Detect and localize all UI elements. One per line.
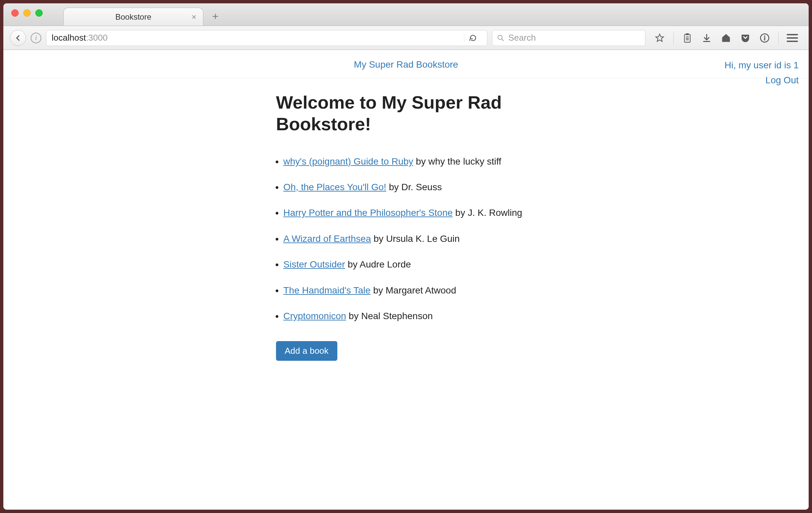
- book-list: why's (poignant) Guide to Ruby by why th…: [276, 154, 536, 324]
- viewport: My Super Rad Bookstore Hi, my user id is…: [3, 50, 809, 510]
- download-icon[interactable]: [701, 32, 712, 43]
- book-title-link[interactable]: why's (poignant) Guide to Ruby: [283, 156, 413, 167]
- by-text: by: [345, 259, 360, 270]
- book-author: why the lucky stiff: [428, 156, 501, 167]
- list-item: Sister Outsider by Audre Lorde: [283, 257, 536, 271]
- new-tab-button[interactable]: +: [207, 8, 223, 24]
- main-container: Welcome to My Super Rad Bookstore! why's…: [269, 92, 543, 361]
- svg-rect-9: [764, 37, 765, 40]
- user-greeting-link[interactable]: Hi, my user id is 1: [725, 60, 799, 70]
- search-icon: [497, 34, 504, 42]
- book-author: Audre Lorde: [360, 259, 411, 270]
- search-placeholder: Search: [508, 33, 536, 43]
- toolbar-separator: [778, 31, 779, 44]
- by-text: by: [371, 234, 386, 244]
- toolbar-icons: [650, 31, 802, 44]
- page-nav: My Super Rad Bookstore Hi, my user id is…: [3, 50, 809, 78]
- search-input[interactable]: Search: [492, 30, 645, 46]
- book-author: Margaret Atwood: [386, 285, 456, 296]
- home-icon[interactable]: [720, 32, 732, 43]
- book-title-link[interactable]: Sister Outsider: [283, 259, 345, 270]
- book-title-link[interactable]: The Handmaid's Tale: [283, 285, 371, 296]
- tab-title: Bookstore: [115, 12, 151, 22]
- by-text: by: [386, 182, 401, 192]
- nav-right: Hi, my user id is 1 Log Out: [725, 58, 799, 88]
- window-minimize-button[interactable]: [23, 9, 31, 17]
- svg-line-1: [502, 39, 504, 41]
- book-author: Neal Stephenson: [361, 311, 433, 321]
- book-title-link[interactable]: Oh, the Places You'll Go!: [283, 182, 386, 192]
- svg-point-8: [764, 35, 765, 37]
- list-item: Cryptomonicon by Neal Stephenson: [283, 309, 536, 323]
- back-arrow-icon: [14, 35, 21, 41]
- reload-icon[interactable]: [464, 34, 482, 42]
- tabstrip: Bookstore × +: [63, 3, 223, 26]
- book-title-link[interactable]: A Wizard of Earthsea: [283, 234, 371, 244]
- bookmark-star-icon[interactable]: [654, 32, 665, 43]
- toolbar: i localhost:3000 Search: [3, 26, 809, 50]
- list-item: Harry Potter and the Philosopher's Stone…: [283, 206, 536, 220]
- page-title: Welcome to My Super Rad Bookstore!: [276, 92, 536, 135]
- book-author: Dr. Seuss: [401, 182, 442, 192]
- book-author: J. K. Rowling: [468, 208, 522, 218]
- book-author: Ursula K. Le Guin: [386, 234, 460, 244]
- list-item: A Wizard of Earthsea by Ursula K. Le Gui…: [283, 232, 536, 246]
- clipboard-icon[interactable]: [682, 32, 693, 43]
- close-tab-icon[interactable]: ×: [192, 12, 196, 22]
- toolbar-separator: [673, 31, 674, 44]
- book-title-link[interactable]: Cryptomonicon: [283, 311, 346, 321]
- book-title-link[interactable]: Harry Potter and the Philosopher's Stone: [283, 208, 453, 218]
- by-text: by: [413, 156, 428, 167]
- add-book-button[interactable]: Add a book: [276, 341, 337, 361]
- by-text: by: [346, 311, 361, 321]
- url-host: localhost: [52, 33, 86, 43]
- by-text: by: [371, 285, 386, 296]
- window-close-button[interactable]: [11, 9, 19, 17]
- list-item: The Handmaid's Tale by Margaret Atwood: [283, 283, 536, 298]
- pocket-icon[interactable]: [740, 32, 751, 43]
- browser-tab[interactable]: Bookstore ×: [63, 8, 203, 26]
- svg-rect-3: [686, 33, 689, 35]
- back-button[interactable]: [10, 30, 26, 46]
- browser-window: Bookstore × + i localhost:3000 Search: [3, 3, 809, 510]
- logout-link[interactable]: Log Out: [765, 75, 799, 85]
- url-port: :3000: [86, 33, 108, 43]
- list-item: Oh, the Places You'll Go! by Dr. Seuss: [283, 180, 536, 194]
- by-text: by: [453, 208, 468, 218]
- window-maximize-button[interactable]: [35, 9, 43, 17]
- menu-icon[interactable]: [787, 34, 798, 42]
- list-item: why's (poignant) Guide to Ruby by why th…: [283, 154, 536, 169]
- brand-link-wrapper: My Super Rad Bookstore: [13, 59, 799, 70]
- titlebar: Bookstore × +: [3, 3, 809, 26]
- info-circle-icon[interactable]: [759, 32, 770, 43]
- brand-link[interactable]: My Super Rad Bookstore: [354, 59, 458, 70]
- url-bar[interactable]: localhost:3000: [46, 30, 487, 46]
- window-controls: [11, 9, 43, 17]
- site-info-icon[interactable]: i: [31, 33, 41, 43]
